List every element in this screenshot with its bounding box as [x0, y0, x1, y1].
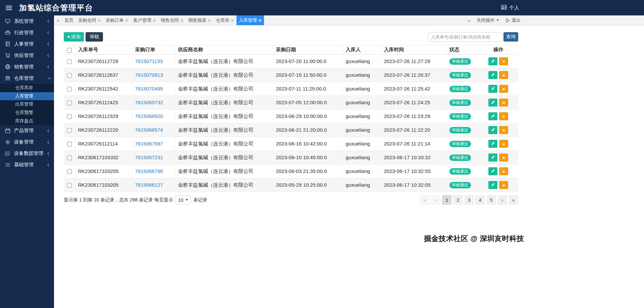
tabs-scroll-left-button[interactable]: « — [54, 15, 62, 25]
tab-close-icon[interactable]: ⊗ — [180, 18, 183, 22]
tab-销售报表[interactable]: 销售报表⊗ — [186, 15, 213, 25]
order-link[interactable]: 7615070813 — [135, 72, 163, 78]
tab-首页[interactable]: 首页 — [62, 15, 76, 25]
sidebar-item-销售管理[interactable]: 销售管理 — [0, 61, 54, 72]
sidebar-subitem-label: 出库管理 — [15, 101, 33, 107]
edit-button[interactable] — [488, 57, 497, 65]
search-input[interactable] — [428, 32, 502, 42]
tab-仓库存[interactable]: 仓库存⊗ — [213, 15, 236, 25]
tab-客户管理[interactable]: 客户管理⊗ — [131, 15, 158, 25]
add-button[interactable]: + 添加 — [64, 32, 84, 42]
edit-button[interactable] — [488, 153, 497, 162]
tab-入库管理[interactable]: 入库管理⊗ — [236, 15, 264, 25]
tab-close-icon[interactable]: ⊗ — [231, 18, 234, 22]
row-checkbox[interactable] — [67, 156, 72, 160]
tab-销售合同[interactable]: 销售合同⊗ — [158, 15, 186, 25]
sidebar-item-行政管理[interactable]: 行政管理 — [0, 27, 54, 38]
pagination-prev-button[interactable]: ‹ — [431, 195, 441, 205]
table-row: RK2306171032057615066127金桥丰益氯碱（连云港）有限公司2… — [64, 178, 518, 192]
sidebar-subitem-仓库库存[interactable]: 仓库库存 — [0, 84, 54, 92]
row-checkbox[interactable] — [67, 87, 72, 91]
row-checkbox[interactable] — [67, 142, 72, 146]
plus-icon: + — [67, 34, 70, 40]
delete-button[interactable]: × — [499, 71, 508, 79]
order-link[interactable]: 7615066127 — [135, 182, 163, 188]
cell-operator: guxueliang — [343, 110, 381, 123]
logout-button[interactable]: 退出 — [502, 15, 523, 25]
delete-button[interactable]: × — [499, 112, 508, 120]
sidebar-subitem-入库管理[interactable]: 入库管理 — [0, 92, 54, 101]
order-link[interactable]: 7615070495 — [135, 86, 163, 91]
tab-close-icon[interactable]: ⊗ — [208, 18, 211, 22]
edit-button[interactable] — [488, 71, 497, 79]
delete-button[interactable]: × — [499, 57, 508, 65]
order-link[interactable]: 7615066798 — [135, 168, 163, 174]
sidebar-item-产品管理[interactable]: 产品管理 — [0, 125, 54, 136]
edit-button[interactable] — [488, 85, 497, 93]
pagination-page-3-button[interactable]: 3 — [464, 195, 474, 205]
pagination-page-5-button[interactable]: 5 — [486, 195, 496, 205]
sidebar-item-设备数据管理[interactable]: 设备数据管理 — [0, 148, 54, 159]
pagination-page-2-button[interactable]: 2 — [453, 195, 463, 205]
delete-button[interactable]: × — [499, 181, 508, 189]
tab-close-icon[interactable]: ⊗ — [98, 18, 101, 22]
user-menu[interactable]: 个人 — [501, 4, 519, 11]
tab-close-icon[interactable]: ⊗ — [258, 18, 262, 22]
edit-button[interactable] — [488, 126, 497, 134]
pagination-page-4-button[interactable]: 4 — [475, 195, 485, 205]
pagination-last-button[interactable]: » — [508, 195, 518, 205]
tabs-scroll-right-button[interactable]: » — [465, 17, 473, 23]
edit-button[interactable] — [488, 181, 497, 189]
sidebar-subitem-库存盘点[interactable]: 库存盘点 — [0, 117, 54, 125]
row-actions: × — [481, 167, 516, 175]
edit-button[interactable] — [488, 99, 497, 107]
query-button[interactable]: 查询 — [503, 32, 518, 42]
edit-button[interactable] — [488, 140, 497, 148]
page-size-select[interactable]: 10 — [175, 195, 191, 204]
cell-purchase-date: 2023-07-05 12:00:00.0 — [273, 96, 343, 110]
tab-采购订单[interactable]: 采购订单⊗ — [103, 15, 131, 25]
sidebar-item-基础管理[interactable]: 基础管理 — [0, 159, 54, 171]
row-checkbox[interactable] — [67, 73, 72, 78]
tab-采购合同[interactable]: 采购合同⊗ — [76, 15, 103, 25]
delete-button[interactable]: × — [499, 167, 508, 175]
sidebar-subitem-出库管理[interactable]: 出库管理 — [0, 100, 54, 109]
cell-supplier: 金桥丰益氯碱（连云港）有限公司 — [175, 151, 273, 165]
order-link[interactable]: 7615068920 — [135, 113, 163, 119]
sidebar-item-系统管理[interactable]: 系统管理 — [0, 15, 54, 27]
row-checkbox[interactable] — [67, 114, 72, 119]
delete-button[interactable]: × — [499, 99, 508, 107]
order-link[interactable]: 7615067231 — [135, 155, 163, 160]
cell-in-time: 2023-07-26 11:27:29 — [381, 55, 446, 68]
pagination-next-button[interactable]: › — [497, 195, 507, 205]
delete-button[interactable]: × — [499, 85, 508, 93]
row-checkbox[interactable] — [67, 128, 72, 133]
delete-button[interactable]: × — [499, 126, 508, 134]
order-link[interactable]: 7615067597 — [135, 141, 163, 146]
tab-close-icon[interactable]: ⊗ — [125, 18, 128, 22]
sidebar-item-设备管理[interactable]: 设备管理 — [0, 136, 54, 148]
order-link[interactable]: 7615068574 — [135, 127, 163, 133]
sidebar-subitem-仓库预警[interactable]: 仓库预警 — [0, 109, 54, 117]
edit-button[interactable] — [488, 167, 497, 175]
sidebar-item-仓库管理[interactable]: 仓库管理 — [0, 72, 54, 84]
delete-button[interactable]: × — [499, 153, 508, 162]
table-row: RK2307261124257615069732金桥丰益氯碱（连云港）有限公司2… — [64, 96, 518, 110]
row-checkbox[interactable] — [67, 169, 72, 174]
sidebar-item-人事管理[interactable]: 人事管理 — [0, 38, 54, 50]
edit-button[interactable] — [488, 112, 497, 120]
row-checkbox[interactable] — [67, 59, 72, 64]
close-operations-dropdown[interactable]: 关闭操作 — [473, 15, 502, 25]
tab-close-icon[interactable]: ⊗ — [153, 18, 156, 22]
hamburger-menu-icon[interactable] — [6, 5, 12, 10]
row-checkbox[interactable] — [67, 183, 72, 188]
row-checkbox[interactable] — [67, 101, 72, 105]
order-link[interactable]: 7615069732 — [135, 100, 163, 105]
select-all-checkbox[interactable] — [67, 48, 72, 53]
pagination-first-button[interactable]: « — [420, 195, 430, 205]
delete-button[interactable]: × — [499, 140, 508, 148]
pagination-page-1-button[interactable]: 1 — [442, 195, 452, 205]
sidebar-item-供应管理[interactable]: 供应管理 — [0, 50, 54, 61]
audit-button[interactable]: 审核 — [86, 32, 103, 42]
order-link[interactable]: 7615071133 — [135, 58, 163, 64]
